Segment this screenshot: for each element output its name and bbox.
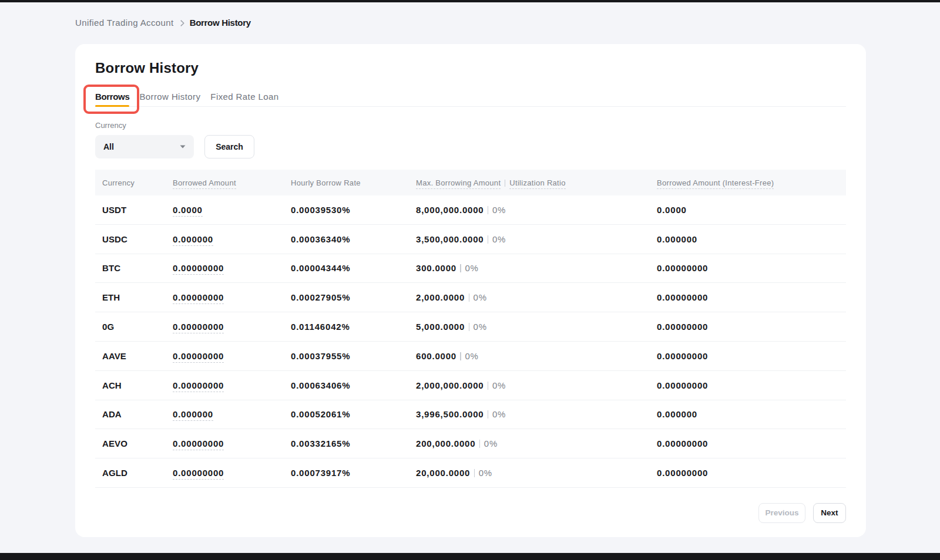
tab-fixed-rate-loan[interactable]: Fixed Rate Loan bbox=[210, 92, 278, 106]
cell-divider bbox=[460, 352, 461, 360]
cell-borrowed-amount: 0.0000 bbox=[173, 195, 291, 225]
breadcrumb-current: Borrow History bbox=[190, 18, 251, 28]
borrowed-amount-value[interactable]: 0.00000000 bbox=[173, 468, 224, 480]
utilization-ratio-value: 0% bbox=[465, 351, 478, 361]
previous-page-button[interactable]: Previous bbox=[758, 503, 805, 523]
cell-interest-free: 0.00000000 bbox=[657, 458, 846, 488]
cell-divider bbox=[488, 410, 489, 419]
tab-borrows[interactable]: Borrows bbox=[95, 92, 129, 106]
borrowed-amount-value[interactable]: 0.000000 bbox=[173, 409, 213, 421]
cell-max-borrowing-utilization: 3,996,500.00000% bbox=[416, 400, 657, 430]
cell-interest-free: 0.00000000 bbox=[657, 312, 846, 342]
breadcrumb: Unified Trading Account Borrow History bbox=[75, 18, 251, 28]
table-body: USDT0.00000.00039530%8,000,000.00000%0.0… bbox=[95, 195, 846, 488]
cell-hourly-borrow-rate: 0.00039530% bbox=[291, 195, 416, 225]
table-row: AAVE0.000000000.00037955%600.00000%0.000… bbox=[95, 342, 846, 371]
cell-hourly-borrow-rate: 0.00037955% bbox=[291, 342, 416, 371]
cell-hourly-borrow-rate: 0.00004344% bbox=[291, 254, 416, 284]
cell-max-borrowing-utilization: 200,000.00000% bbox=[416, 429, 657, 458]
borrow-history-card: Borrow History Borrows Borrow History Fi… bbox=[75, 44, 866, 537]
currency-select[interactable]: All bbox=[95, 135, 194, 158]
currency-select-value: All bbox=[103, 142, 114, 151]
col-header-currency: Currency bbox=[95, 170, 173, 195]
borrowed-amount-value[interactable]: 0.0000 bbox=[173, 205, 203, 217]
utilization-ratio-value: 0% bbox=[484, 438, 498, 448]
borrowed-amount-header-tooltip[interactable]: Borrowed Amount bbox=[173, 178, 236, 189]
table-header: Currency Borrowed Amount Hourly Borrow R… bbox=[95, 170, 846, 195]
active-tab-underline bbox=[95, 105, 129, 107]
cell-hourly-borrow-rate: 0.00332165% bbox=[291, 429, 416, 458]
cell-divider bbox=[474, 469, 475, 477]
cell-max-borrowing-utilization: 3,500,000.00000% bbox=[416, 225, 657, 254]
interest-free-header-tooltip[interactable]: Borrowed Amount (Interest-Free) bbox=[657, 178, 774, 189]
max-borrowing-value: 20,000.0000 bbox=[416, 468, 470, 478]
next-page-button[interactable]: Next bbox=[813, 503, 846, 523]
cell-borrowed-amount: 0.00000000 bbox=[173, 458, 291, 488]
cell-interest-free: 0.00000000 bbox=[657, 283, 846, 312]
max-borrowing-value: 3,500,000.0000 bbox=[416, 234, 484, 244]
max-borrowing-value: 600.0000 bbox=[416, 351, 456, 361]
window-top-bar bbox=[0, 0, 940, 2]
max-borrowing-value: 300.0000 bbox=[416, 263, 456, 273]
tab-borrows-label: Borrows bbox=[95, 92, 129, 102]
col-header-interest-free: Borrowed Amount (Interest-Free) bbox=[657, 170, 846, 195]
max-borrowing-value: 2,000,000.0000 bbox=[416, 380, 484, 390]
tab-bar: Borrows Borrow History Fixed Rate Loan bbox=[95, 92, 846, 107]
max-borrowing-value: 8,000,000.0000 bbox=[416, 205, 484, 215]
borrowed-amount-value[interactable]: 0.000000 bbox=[173, 234, 213, 246]
max-borrowing-value: 2,000.0000 bbox=[416, 292, 465, 302]
cell-max-borrowing-utilization: 2,000.00000% bbox=[416, 283, 657, 312]
tab-fixed-rate-loan-label: Fixed Rate Loan bbox=[210, 92, 278, 102]
search-button[interactable]: Search bbox=[204, 135, 254, 158]
cell-max-borrowing-utilization: 600.00000% bbox=[416, 342, 657, 371]
cell-interest-free: 0.000000 bbox=[657, 225, 846, 254]
borrows-table: Currency Borrowed Amount Hourly Borrow R… bbox=[95, 170, 846, 488]
table-row: 0G0.000000000.01146042%5,000.00000%0.000… bbox=[95, 312, 846, 342]
filter-controls: All Search bbox=[95, 135, 846, 158]
col-header-hourly-rate: Hourly Borrow Rate bbox=[291, 170, 416, 195]
max-borrowing-header-tooltip[interactable]: Max. Borrowing Amount bbox=[416, 178, 501, 189]
cell-currency: USDT bbox=[95, 195, 173, 225]
cell-interest-free: 0.0000 bbox=[657, 195, 846, 225]
cell-currency: ACH bbox=[95, 371, 173, 400]
cell-hourly-borrow-rate: 0.00027905% bbox=[291, 283, 416, 312]
table-row: USDC0.0000000.00036340%3,500,000.00000%0… bbox=[95, 225, 846, 254]
utilization-ratio-value: 0% bbox=[474, 322, 487, 332]
cell-hourly-borrow-rate: 0.00052061% bbox=[291, 400, 416, 430]
cell-max-borrowing-utilization: 5,000.00000% bbox=[416, 312, 657, 342]
utilization-header-tooltip[interactable]: Utilization Ratio bbox=[509, 178, 565, 189]
cell-hourly-borrow-rate: 0.00063406% bbox=[291, 371, 416, 400]
breadcrumb-parent-link[interactable]: Unified Trading Account bbox=[75, 18, 174, 28]
max-borrowing-value: 5,000.0000 bbox=[416, 322, 465, 332]
tab-borrow-history[interactable]: Borrow History bbox=[139, 92, 200, 106]
table-row: USDT0.00000.00039530%8,000,000.00000%0.0… bbox=[95, 195, 846, 225]
borrowed-amount-value[interactable]: 0.00000000 bbox=[173, 292, 224, 304]
cell-divider bbox=[469, 323, 470, 331]
table-row: BTC0.000000000.00004344%300.00000%0.0000… bbox=[95, 254, 846, 284]
borrowed-amount-value[interactable]: 0.00000000 bbox=[173, 438, 224, 450]
chevron-right-icon bbox=[180, 20, 184, 26]
window-bottom-bar bbox=[0, 553, 940, 560]
cell-currency: AAVE bbox=[95, 342, 173, 371]
cell-hourly-borrow-rate: 0.00036340% bbox=[291, 225, 416, 254]
borrowed-amount-value[interactable]: 0.00000000 bbox=[173, 263, 224, 275]
cell-interest-free: 0.00000000 bbox=[657, 254, 846, 284]
cell-currency: ETH bbox=[95, 283, 173, 312]
utilization-ratio-value: 0% bbox=[465, 263, 478, 273]
borrowed-amount-value[interactable]: 0.00000000 bbox=[173, 322, 224, 333]
cell-interest-free: 0.00000000 bbox=[657, 342, 846, 371]
cell-divider bbox=[460, 264, 461, 272]
page-title: Borrow History bbox=[95, 44, 846, 77]
utilization-ratio-value: 0% bbox=[492, 234, 506, 244]
utilization-ratio-value: 0% bbox=[492, 205, 506, 215]
cell-hourly-borrow-rate: 0.00073917% bbox=[291, 458, 416, 488]
table-row: ACH0.000000000.00063406%2,000,000.00000%… bbox=[95, 371, 846, 400]
cell-borrowed-amount: 0.00000000 bbox=[173, 283, 291, 312]
cell-borrowed-amount: 0.000000 bbox=[173, 225, 291, 254]
max-borrowing-value: 3,996,500.0000 bbox=[416, 409, 484, 419]
borrowed-amount-value[interactable]: 0.00000000 bbox=[173, 351, 224, 363]
borrowed-amount-value[interactable]: 0.00000000 bbox=[173, 380, 224, 392]
cell-currency: USDC bbox=[95, 225, 173, 254]
cell-currency: BTC bbox=[95, 254, 173, 284]
pagination: Previous Next bbox=[95, 503, 846, 523]
